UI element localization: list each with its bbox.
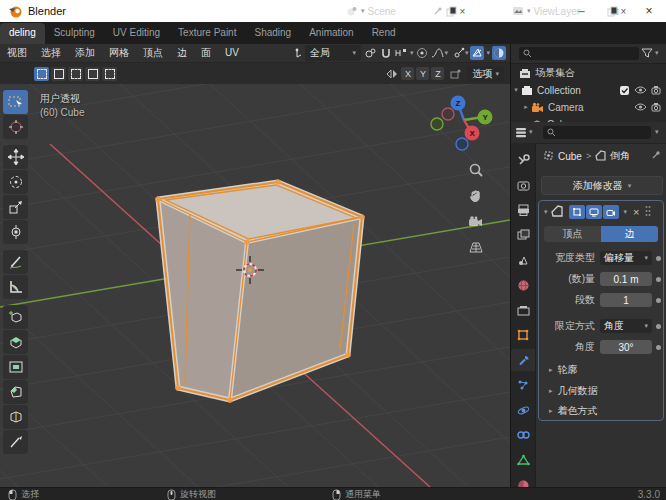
workspace-tab-shading[interactable]: Shading xyxy=(245,23,300,44)
tab-tool[interactable] xyxy=(511,149,535,171)
add-modifier-button[interactable]: 添加修改器 ▾ xyxy=(541,176,663,195)
angle-input[interactable]: 30° xyxy=(600,340,652,354)
tool-knife[interactable] xyxy=(3,430,28,454)
editor-type-icon[interactable] xyxy=(515,126,529,140)
animate-dot[interactable] xyxy=(656,345,661,350)
toggle-realtime-icon[interactable] xyxy=(586,205,602,219)
new-viewlayer-icon[interactable] xyxy=(607,6,618,17)
navigation-gizmo[interactable]: Z Y X xyxy=(431,96,493,151)
tool-move[interactable] xyxy=(3,145,28,169)
menu-view[interactable]: 视图 xyxy=(0,44,34,62)
drag-handle-icon[interactable] xyxy=(644,205,652,219)
tool-select-box[interactable] xyxy=(3,90,28,114)
tool-loop-cut[interactable] xyxy=(3,405,28,429)
select-mode-subtract-icon[interactable] xyxy=(68,67,83,81)
workspace-tab-animation[interactable]: Animation xyxy=(300,23,362,44)
tab-view-layer[interactable] xyxy=(511,224,535,246)
tool-annotate[interactable] xyxy=(3,250,28,274)
workspace-tab-texture-paint[interactable]: Texture Paint xyxy=(169,23,245,44)
amount-input[interactable]: 0.1 m xyxy=(600,272,652,286)
tool-measure[interactable] xyxy=(3,275,28,299)
hide-eye-icon[interactable] xyxy=(634,85,647,95)
tab-render[interactable] xyxy=(511,174,535,196)
cube-object[interactable] xyxy=(155,179,364,402)
outliner-row-scene-collection[interactable]: 场景集合 xyxy=(511,65,666,81)
viewlayer-selector[interactable]: ▾ ViewLayer × xyxy=(512,2,626,20)
pin-id-icon[interactable] xyxy=(651,150,661,162)
pin-icon[interactable] xyxy=(433,6,443,16)
animate-dot[interactable] xyxy=(656,324,661,329)
zoom-view-button[interactable] xyxy=(464,158,488,182)
camera-view-button[interactable] xyxy=(464,210,488,234)
segments-input[interactable]: 1 xyxy=(600,293,652,307)
tab-output[interactable] xyxy=(511,199,535,221)
render-visibility-icon[interactable] xyxy=(651,85,663,95)
new-scene-icon[interactable] xyxy=(446,6,457,17)
workspace-tab-uv-editing[interactable]: UV Editing xyxy=(104,23,169,44)
collapse-icon[interactable]: ▾ xyxy=(544,208,548,216)
tab-object-data[interactable] xyxy=(511,449,535,471)
scene-selector[interactable]: ▾ Scene × xyxy=(346,2,465,20)
tab-collection[interactable] xyxy=(511,299,535,321)
tab-modifiers[interactable] xyxy=(511,349,535,371)
hide-eye-icon[interactable] xyxy=(634,102,647,112)
section-shading[interactable]: ▸着色方式 xyxy=(549,404,598,418)
menu-edge[interactable]: 边 xyxy=(170,44,194,62)
workspace-tab-sculpting[interactable]: Sculpting xyxy=(45,23,104,44)
close-button[interactable]: × xyxy=(632,0,666,22)
breadcrumb-object[interactable]: Cube xyxy=(558,151,582,162)
menu-uv[interactable]: UV xyxy=(218,44,246,62)
workspace-tab-modeling[interactable]: deling xyxy=(0,23,45,44)
tab-scene[interactable] xyxy=(511,249,535,271)
select-mode-extend-icon[interactable] xyxy=(51,67,66,81)
snap-target-icon[interactable] xyxy=(394,47,408,59)
animate-dot[interactable] xyxy=(656,256,661,261)
tab-world[interactable] xyxy=(511,274,535,296)
mirror-x-button[interactable]: X xyxy=(401,67,414,80)
render-visibility-icon[interactable] xyxy=(651,102,663,112)
limit-method-select[interactable]: 角度▾ xyxy=(600,319,652,333)
proportional-editing-icon[interactable] xyxy=(416,47,428,59)
toggle-edit-mode-icon[interactable] xyxy=(569,205,585,219)
select-mode-difference-icon[interactable] xyxy=(85,67,100,81)
filter-options-icon[interactable]: ▾ xyxy=(655,128,659,136)
select-mode-new-icon[interactable] xyxy=(34,67,49,81)
toggle-render-icon[interactable] xyxy=(603,205,619,219)
show-gizmo-icon[interactable] xyxy=(453,47,465,59)
tool-inset-faces[interactable] xyxy=(3,355,28,379)
expand-icon[interactable]: ▸ xyxy=(521,103,531,111)
outliner-row-camera[interactable]: ▸ Camera xyxy=(511,99,666,115)
remove-modifier-icon[interactable]: × xyxy=(633,206,639,218)
tab-particles[interactable] xyxy=(511,374,535,396)
shading-mode-icon[interactable] xyxy=(492,46,506,60)
tool-rotate[interactable] xyxy=(3,170,28,194)
menu-add[interactable]: 添加 xyxy=(68,44,102,62)
tool-add-cube[interactable] xyxy=(3,305,28,329)
transform-orientation-dropdown[interactable]: 全局▾ xyxy=(305,45,361,61)
tool-cursor[interactable] xyxy=(3,115,28,139)
affect-vertices-tab[interactable]: 顶点 xyxy=(544,226,601,242)
viewport-3d[interactable]: Z Y X 用户透视 (60) Cube xyxy=(0,84,510,487)
affect-edges-tab[interactable]: 边 xyxy=(601,226,658,242)
animate-dot[interactable] xyxy=(656,277,661,282)
section-profile[interactable]: ▸轮廓 xyxy=(549,363,578,377)
checkbox-icon[interactable] xyxy=(619,85,630,96)
width-type-select[interactable]: 偏移量▾ xyxy=(600,251,652,265)
outliner-filter-icon[interactable] xyxy=(641,47,653,61)
tab-physics[interactable] xyxy=(511,399,535,421)
tool-scale[interactable] xyxy=(3,195,28,219)
menu-face[interactable]: 面 xyxy=(194,44,218,62)
outliner-search-input[interactable] xyxy=(519,47,639,60)
menu-vertex[interactable]: 顶点 xyxy=(136,44,170,62)
pan-view-button[interactable] xyxy=(464,184,488,208)
tool-extrude-region[interactable] xyxy=(3,330,28,354)
mirror-z-button[interactable]: Z xyxy=(431,67,444,80)
tool-options-dropdown[interactable]: 选项▾ xyxy=(467,66,504,82)
tab-object[interactable] xyxy=(511,324,535,346)
breadcrumb-modifier[interactable]: 倒角 xyxy=(610,149,630,163)
snap-settings-icon[interactable] xyxy=(449,68,462,80)
toggle-ortho-button[interactable] xyxy=(464,235,488,259)
tool-bevel[interactable] xyxy=(3,380,28,404)
workspace-tab-rendering[interactable]: Rend xyxy=(363,23,405,44)
tool-transform[interactable] xyxy=(3,220,28,244)
